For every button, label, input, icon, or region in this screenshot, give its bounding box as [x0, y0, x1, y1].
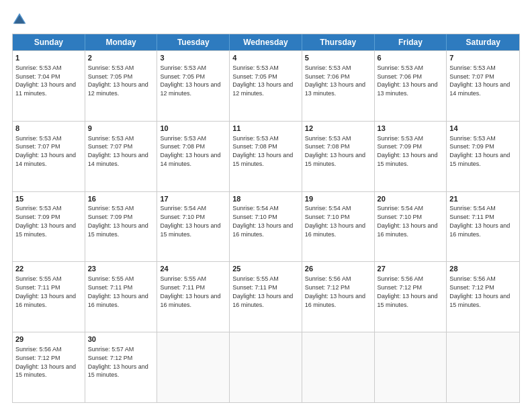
- empty-cell: [157, 332, 230, 402]
- day-cell-1: 1Sunrise: 5:53 AMSunset: 7:04 PMDaylight…: [13, 51, 85, 121]
- day-cell-26: 26Sunrise: 5:56 AMSunset: 7:12 PMDayligh…: [302, 262, 375, 332]
- day-cell-2: 2Sunrise: 5:53 AMSunset: 7:05 PMDaylight…: [85, 51, 158, 121]
- empty-cell: [302, 332, 375, 402]
- day-cell-14: 14Sunrise: 5:53 AMSunset: 7:09 PMDayligh…: [447, 122, 519, 191]
- day-cell-12: 12Sunrise: 5:53 AMSunset: 7:08 PMDayligh…: [302, 122, 375, 191]
- day-header-saturday: Saturday: [447, 34, 519, 50]
- day-cell-20: 20Sunrise: 5:54 AMSunset: 7:10 PMDayligh…: [375, 192, 447, 262]
- day-header-thursday: Thursday: [302, 34, 375, 50]
- day-cell-27: 27Sunrise: 5:56 AMSunset: 7:12 PMDayligh…: [375, 262, 447, 332]
- day-cell-24: 24Sunrise: 5:55 AMSunset: 7:11 PMDayligh…: [157, 262, 230, 332]
- calendar: SundayMondayTuesdayWednesdayThursdayFrid…: [12, 34, 520, 403]
- day-cell-13: 13Sunrise: 5:53 AMSunset: 7:09 PMDayligh…: [375, 122, 447, 191]
- day-cell-25: 25Sunrise: 5:55 AMSunset: 7:11 PMDayligh…: [230, 262, 302, 332]
- day-cell-18: 18Sunrise: 5:54 AMSunset: 7:10 PMDayligh…: [230, 192, 302, 262]
- day-cell-11: 11Sunrise: 5:53 AMSunset: 7:08 PMDayligh…: [230, 122, 302, 191]
- day-cell-6: 6Sunrise: 5:53 AMSunset: 7:06 PMDaylight…: [375, 51, 447, 121]
- day-header-friday: Friday: [375, 34, 447, 50]
- week-row-0: 1Sunrise: 5:53 AMSunset: 7:04 PMDaylight…: [13, 50, 519, 121]
- logo: [12, 12, 30, 27]
- day-cell-22: 22Sunrise: 5:55 AMSunset: 7:11 PMDayligh…: [13, 262, 85, 332]
- day-cell-3: 3Sunrise: 5:53 AMSunset: 7:05 PMDaylight…: [157, 51, 230, 121]
- day-cell-15: 15Sunrise: 5:53 AMSunset: 7:09 PMDayligh…: [13, 192, 85, 262]
- day-cell-21: 21Sunrise: 5:54 AMSunset: 7:11 PMDayligh…: [447, 192, 519, 262]
- week-row-3: 22Sunrise: 5:55 AMSunset: 7:11 PMDayligh…: [13, 261, 519, 332]
- day-cell-5: 5Sunrise: 5:53 AMSunset: 7:06 PMDaylight…: [302, 51, 375, 121]
- day-cell-9: 9Sunrise: 5:53 AMSunset: 7:07 PMDaylight…: [85, 122, 158, 191]
- day-cell-4: 4Sunrise: 5:53 AMSunset: 7:05 PMDaylight…: [230, 51, 302, 121]
- header: [12, 12, 520, 27]
- empty-cell: [447, 332, 519, 402]
- calendar-body: 1Sunrise: 5:53 AMSunset: 7:04 PMDaylight…: [13, 50, 519, 402]
- day-cell-29: 29Sunrise: 5:56 AMSunset: 7:12 PMDayligh…: [13, 332, 85, 402]
- logo-icon: [12, 12, 27, 27]
- page: SundayMondayTuesdayWednesdayThursdayFrid…: [0, 0, 532, 411]
- calendar-header: SundayMondayTuesdayWednesdayThursdayFrid…: [13, 34, 519, 50]
- day-cell-30: 30Sunrise: 5:57 AMSunset: 7:12 PMDayligh…: [85, 332, 158, 402]
- day-cell-8: 8Sunrise: 5:53 AMSunset: 7:07 PMDaylight…: [13, 122, 85, 191]
- week-row-1: 8Sunrise: 5:53 AMSunset: 7:07 PMDaylight…: [13, 121, 519, 191]
- day-header-tuesday: Tuesday: [157, 34, 230, 50]
- day-cell-28: 28Sunrise: 5:56 AMSunset: 7:12 PMDayligh…: [447, 262, 519, 332]
- day-cell-16: 16Sunrise: 5:53 AMSunset: 7:09 PMDayligh…: [85, 192, 158, 262]
- day-header-monday: Monday: [85, 34, 158, 50]
- day-cell-7: 7Sunrise: 5:53 AMSunset: 7:07 PMDaylight…: [447, 51, 519, 121]
- week-row-2: 15Sunrise: 5:53 AMSunset: 7:09 PMDayligh…: [13, 191, 519, 262]
- empty-cell: [375, 332, 447, 402]
- day-cell-19: 19Sunrise: 5:54 AMSunset: 7:10 PMDayligh…: [302, 192, 375, 262]
- day-header-wednesday: Wednesday: [230, 34, 302, 50]
- day-cell-17: 17Sunrise: 5:54 AMSunset: 7:10 PMDayligh…: [157, 192, 230, 262]
- day-cell-23: 23Sunrise: 5:55 AMSunset: 7:11 PMDayligh…: [85, 262, 158, 332]
- day-cell-10: 10Sunrise: 5:53 AMSunset: 7:08 PMDayligh…: [157, 122, 230, 191]
- day-header-sunday: Sunday: [13, 34, 85, 50]
- empty-cell: [230, 332, 302, 402]
- week-row-4: 29Sunrise: 5:56 AMSunset: 7:12 PMDayligh…: [13, 332, 519, 402]
